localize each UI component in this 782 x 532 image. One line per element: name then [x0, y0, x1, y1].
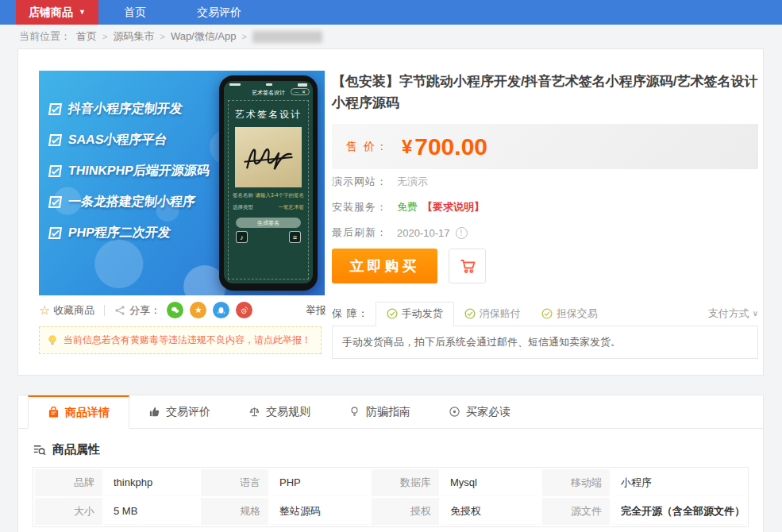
attr-value: 5 MB [104, 498, 199, 525]
product-info-column: 【包安装】字节跳动小程序开发/抖音艺术签名小程序源码/艺术签名设计小程序源码 售… [332, 71, 758, 359]
attributes-table: 品牌 thinkphp 语言 PHP 数据库 Mysql 移动端 小程序 大小 … [33, 467, 749, 527]
refresh-warning-icon[interactable]: ! [456, 227, 468, 239]
breadcrumb: 当前位置： 首页 > 源码集市 > Wap/微信/App > [0, 25, 782, 48]
attr-value: 整站源码 [270, 498, 370, 525]
nav-shop-products-label: 店铺商品 [29, 6, 73, 20]
promo-checklist-item: 抖音小程序定制开发 [48, 101, 211, 118]
tab-anti-fraud-guide[interactable]: 防骗指南 [329, 395, 430, 428]
report-link[interactable]: 举报 [306, 303, 326, 318]
guarantee-text: 消保赔付 [480, 306, 521, 321]
product-title: 【包安装】字节跳动小程序开发/抖音艺术签名小程序源码/艺术签名设计小程序源码 [332, 71, 758, 114]
checkbox-icon [48, 134, 62, 146]
qzone-share-icon[interactable]: ★ [190, 302, 206, 318]
wechat-share-icon[interactable] [167, 302, 183, 318]
detail-tabs: 商品详情 交易评价 交易规则 防骗指南 买家必读 [18, 395, 763, 429]
attr-label: 移动端 [542, 469, 610, 496]
promo-checklist-item: SAAS小程序平台 [48, 132, 211, 148]
favorite-button[interactable]: 收藏商品 [53, 303, 94, 318]
attributes-section: 商品属性 品牌 thinkphp 语言 PHP 数据库 Mysql 移动端 小程… [18, 429, 763, 527]
buy-row: 立即购买 [332, 249, 758, 283]
attr-label: 品牌 [35, 469, 102, 496]
demo-row: 演示网站： 无演示 [332, 169, 758, 195]
install-row: 安装服务： 免费 【要求说明】 [332, 195, 758, 220]
phone-app-header: 艺术签名设计 ⋯ ✕ [224, 88, 313, 98]
breadcrumb-separator: > [160, 32, 164, 41]
detail-card: 商品详情 交易评价 交易规则 防骗指南 买家必读 [17, 395, 764, 532]
guarantee-text: 担保交易 [557, 306, 598, 321]
breadcrumb-category[interactable]: Wap/微信/App [171, 29, 237, 44]
lightbulb-icon [349, 406, 360, 418]
attr-value: 免授权 [441, 498, 541, 525]
guarantee-manual-shipping[interactable]: 手动发货 [376, 302, 454, 326]
promo-checklist-text: 抖音小程序定制开发 [67, 101, 184, 118]
check-circle-icon [387, 308, 398, 319]
breadcrumb-home[interactable]: 首页 [76, 29, 97, 44]
refresh-label: 最后刷新： [332, 226, 397, 240]
qq-share-icon[interactable] [213, 302, 229, 318]
install-label: 安装服务： [332, 200, 397, 214]
install-requirements-link[interactable]: 【要求说明】 [422, 200, 484, 214]
breadcrumb-separator: > [102, 32, 107, 41]
promo-checklist-item: THINKPHP后端开源源码 [48, 163, 211, 179]
breadcrumb-item-censored [252, 31, 322, 43]
tab-trade-rules[interactable]: 交易规则 [229, 395, 329, 428]
nav-shop-products-menu[interactable]: 店铺商品 ▼ [16, 0, 98, 25]
field-value: 一笔艺术签 [279, 204, 305, 211]
delivery-note-text: 手动发货商品，拍下后系统会通过邮件、短信通知卖家发货。 [342, 336, 621, 348]
tab-label: 买家必读 [466, 405, 510, 419]
signature-name-row: 签名名称 请输入3-4个字的签名 [233, 192, 304, 199]
attr-label: 数据库 [372, 469, 439, 496]
check-circle-icon [541, 308, 553, 319]
warning-banner[interactable]: 当前信息若含有黄赌毒等违法违规不良内容，请点此举报！ [39, 326, 322, 354]
tiktok-icon: ♪ [236, 231, 248, 243]
breadcrumb-separator: > [241, 32, 246, 41]
share-icon [114, 305, 125, 316]
phone-mockup: 艺术签名设计 ⋯ ✕ 艺术签名设计 签名名称 请输入3-4个字的签名 [219, 75, 318, 291]
guarantee-header: 保 障： 手动发货 消保赔付 担保交易 支付方式 ∨ [332, 301, 758, 326]
attr-value: Mysql [441, 469, 541, 496]
product-image[interactable]: 抖音小程序定制开发 SAAS小程序平台 THINKPHP后端开源源码 一条龙搭建… [39, 71, 325, 295]
scale-icon [248, 406, 260, 418]
tab-trade-reviews[interactable]: 交易评价 [129, 395, 229, 428]
breadcrumb-label: 当前位置： [19, 29, 71, 44]
search-list-icon [33, 443, 46, 457]
attributes-title: 商品属性 [52, 442, 100, 457]
nav-trade-reviews[interactable]: 交易评价 [171, 0, 267, 25]
attr-value: 小程序 [611, 469, 746, 496]
promo-checklist-text: 一条龙搭建定制小程序 [67, 194, 197, 210]
guarantee-escrow[interactable]: 担保交易 [531, 301, 608, 326]
tab-product-detail[interactable]: 商品详情 [28, 395, 129, 429]
more-close-capsule-icon: ⋯ ✕ [291, 88, 310, 95]
phone-footer: ♪ ≡ [229, 231, 308, 243]
breadcrumb-market[interactable]: 源码集市 [113, 29, 154, 44]
weibo-share-icon[interactable] [236, 302, 252, 318]
table-row: 品牌 thinkphp 语言 PHP 数据库 Mysql 移动端 小程序 [35, 469, 746, 496]
thumbs-up-icon [148, 406, 160, 418]
tab-label: 交易规则 [266, 405, 310, 419]
buy-now-button[interactable]: 立即购买 [332, 249, 437, 283]
table-row: 大小 5 MB 规格 整站源码 授权 免授权 源文件 完全开源（含全部源文件） [35, 498, 746, 525]
tab-label: 交易评价 [166, 405, 210, 419]
demo-label: 演示网站： [332, 175, 397, 189]
payment-methods-toggle[interactable]: 支付方式 ∨ [708, 306, 758, 321]
bulb-icon [47, 334, 58, 346]
checkbox-icon [48, 227, 62, 239]
chevron-down-icon: ∨ [753, 309, 758, 318]
nav-home-label: 首页 [124, 6, 146, 20]
promo-checklist-text: PHP程序二次开发 [67, 225, 172, 241]
share-row: ☆ 收藏商品 分享： ★ 举报 [39, 302, 326, 318]
nav-home[interactable]: 首页 [98, 0, 171, 25]
add-to-cart-button[interactable] [449, 249, 486, 283]
guarantee-insurance[interactable]: 消保赔付 [454, 301, 531, 326]
promo-checklist-item: 一条龙搭建定制小程序 [48, 194, 211, 210]
caret-down-icon: ▼ [79, 9, 86, 16]
attr-label: 授权 [372, 498, 439, 525]
checkbox-icon [48, 165, 62, 177]
tab-buyer-must-read[interactable]: 买家必读 [430, 395, 530, 428]
divider [104, 305, 105, 316]
signature-app-title: 艺术签名设计 [235, 108, 302, 121]
check-circle-icon [464, 308, 476, 319]
attr-label: 规格 [201, 498, 268, 525]
phone-screen: 艺术签名设计 ⋯ ✕ 艺术签名设计 签名名称 请输入3-4个字的签名 [224, 81, 313, 283]
target-icon [449, 406, 460, 418]
